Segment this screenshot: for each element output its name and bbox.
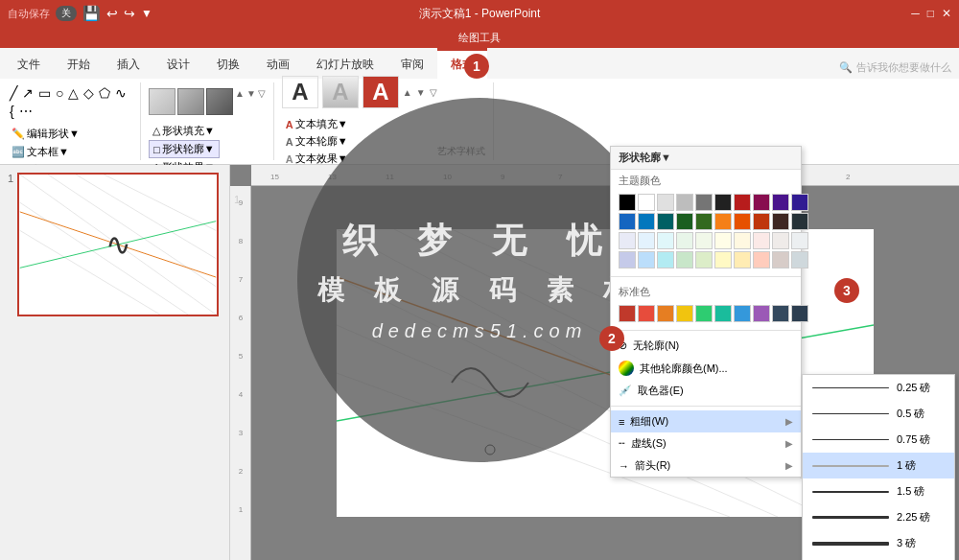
circle-shape[interactable]: ○ [54,84,65,102]
text-fill-btn[interactable]: A 文本填充▼ [282,116,437,132]
redo-icon[interactable]: ↪ [124,6,135,21]
tab-review[interactable]: 审阅 [387,48,437,79]
art-a2[interactable]: A [322,76,359,108]
color-dpink[interactable] [753,194,770,211]
color-brown[interactable] [772,213,789,230]
tab-animation[interactable]: 动画 [253,48,303,79]
pentagon-shape[interactable]: ⬠ [97,84,112,102]
weight-075[interactable]: 0.75 磅 [803,427,954,453]
color-blue-m[interactable] [638,251,655,268]
text-outline-btn[interactable]: A 文本轮廓▼ [282,133,437,150]
color-brown-m[interactable] [772,251,789,268]
line-shape[interactable]: ╱ [8,84,19,102]
color-deeporange[interactable] [753,213,770,230]
std-yellow[interactable] [676,305,693,322]
color-bluegray[interactable] [791,213,808,230]
slide-thumbnail[interactable]: ∿ [17,173,219,316]
more-colors-option[interactable]: 其他轮廓颜色(M)... [611,357,801,380]
color-brown-l[interactable] [772,232,789,249]
styles-scroll-down[interactable]: ▼ [246,88,256,115]
arrow-shape[interactable]: ↗ [20,84,35,102]
color-dblue[interactable] [791,194,808,211]
std-purple[interactable] [753,305,770,322]
dashes-option[interactable]: ╌ 虚线(S) ▶ [611,432,801,455]
bracket-shape[interactable]: { [8,103,16,120]
weight-15[interactable]: 1.5 磅 [803,478,954,504]
weight-225[interactable]: 2.25 磅 [803,504,954,530]
minimize-btn[interactable]: ─ [911,7,920,20]
color-lgreen-l[interactable] [695,232,713,249]
std-darkgray[interactable] [772,305,789,322]
rect-shape[interactable]: ▭ [36,84,53,102]
color-white[interactable] [638,194,655,211]
autosave-toggle[interactable]: 关 [56,6,77,21]
art-expand[interactable]: ▽ [430,87,437,98]
edit-shape-btn[interactable]: ✏️ 编辑形状▼ [8,126,83,142]
color-blue2[interactable] [619,213,636,230]
color-amber-m[interactable] [734,251,751,268]
more-shape[interactable]: ⋯ [17,103,35,120]
no-outline-option[interactable]: ⊘ 无轮廓(N) [611,335,801,357]
color-dorange-l[interactable] [753,232,770,249]
triangle-shape[interactable]: △ [66,84,81,102]
color-black[interactable] [619,194,636,211]
color-indigo-m[interactable] [619,251,636,268]
color-blue-l[interactable] [638,232,655,249]
art-a1[interactable]: A [282,76,318,108]
style-preset-1[interactable] [149,88,175,115]
tab-start[interactable]: 开始 [54,48,104,79]
std-teal[interactable] [714,305,732,322]
styles-scroll-up[interactable]: ▲ [235,88,245,115]
color-teal-m[interactable] [657,251,674,268]
weight-3[interactable]: 3 磅 [803,530,954,556]
art-scroll-up[interactable]: ▲ [403,87,412,98]
style-preset-2[interactable] [177,88,204,115]
color-dred[interactable] [734,194,751,211]
weight-45[interactable]: 4.5 磅 [803,556,954,560]
weight-option[interactable]: ≡ 粗细(W) ▶ [611,410,801,432]
std-orange[interactable] [657,305,674,322]
tab-design[interactable]: 设计 [153,48,203,79]
color-yellow-m[interactable] [714,251,732,268]
color-lgreen-m[interactable] [695,251,713,268]
textbox-btn[interactable]: 🔤 文本框▼ [8,144,83,160]
art-a3[interactable]: A [363,76,399,108]
weight-05[interactable]: 0.5 磅 [803,401,954,427]
maximize-btn[interactable]: □ [927,7,934,20]
color-dorange-m[interactable] [753,251,770,268]
diamond-shape[interactable]: ◇ [82,84,96,102]
color-teal[interactable] [657,213,674,230]
std-navy[interactable] [791,305,808,322]
style-preset-3[interactable] [206,88,233,115]
std-red2[interactable] [638,305,655,322]
shape-fill-btn[interactable]: △ 形状填充▼ [149,123,220,139]
color-green-l[interactable] [676,232,693,249]
shape-outline-btn[interactable]: □ 形状轮廓▼ [149,140,220,158]
tab-slideshow[interactable]: 幻灯片放映 [303,48,387,79]
color-indigo-l[interactable] [619,232,636,249]
color-lgreen[interactable] [695,213,713,230]
color-green-m[interactable] [676,251,693,268]
color-mgray[interactable] [695,194,713,211]
save-icon[interactable]: 💾 [82,5,101,22]
color-dpurple[interactable] [772,194,789,211]
color-dgreen[interactable] [676,213,693,230]
weight-025[interactable]: 0.25 磅 [803,375,954,401]
std-green[interactable] [695,305,713,322]
weight-1[interactable]: 1 磅 [803,453,954,478]
color-amber[interactable] [714,213,732,230]
color-teal-l[interactable] [657,232,674,249]
more-icon[interactable]: ▼ [141,7,152,20]
undo-icon[interactable]: ↩ [106,6,118,21]
color-orange[interactable] [734,213,751,230]
close-btn[interactable]: ✕ [942,7,951,20]
color-lblue[interactable] [638,213,655,230]
styles-expand[interactable]: ▽ [258,88,266,115]
color-bgray-l[interactable] [791,232,808,249]
tab-transition[interactable]: 切换 [203,48,253,79]
art-scroll-down[interactable]: ▼ [416,87,426,98]
std-red1[interactable] [619,305,636,322]
arrows-option[interactable]: → 箭头(R) ▶ [611,455,801,477]
curve-shape[interactable]: ∿ [113,84,129,102]
color-lgray[interactable] [657,194,674,211]
